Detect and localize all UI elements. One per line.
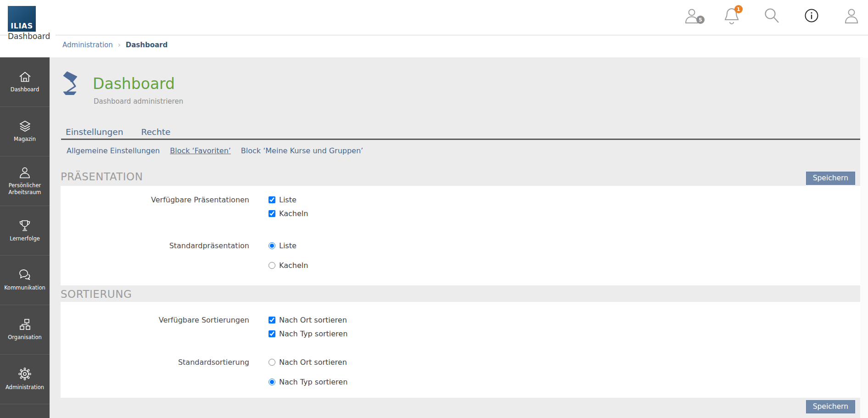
sidebar-item-label: Magazin [14, 136, 36, 142]
sidebar-item-label: Organisation [8, 334, 41, 340]
sidebar-item-persoenlicher-arbeitsraum[interactable]: Persönlicher Arbeitsraum [0, 156, 50, 206]
home-icon [19, 71, 31, 83]
person-icon [19, 167, 31, 178]
subtab-allgemeine-einstellungen[interactable]: Allgemeine Einstellungen [67, 146, 160, 155]
checkbox-option-nach-typ[interactable]: Nach Typ sortieren [269, 327, 347, 340]
form-row: Verfügbare Präsentationen Liste Kacheln [61, 193, 860, 220]
desk-lamp-icon [62, 71, 81, 97]
nach-typ-checkbox[interactable] [269, 330, 275, 337]
field-options: Liste Kacheln [269, 193, 308, 220]
main-content: Dashboard Dashboard administrieren Einst… [50, 57, 860, 418]
sidebar-item-administration[interactable]: Administration [0, 355, 50, 404]
top-header: ILIAS 5 1 [0, 0, 868, 35]
page-subtitle: Dashboard administrieren [94, 97, 183, 106]
orgchart-icon [19, 318, 31, 330]
kacheln-checkbox[interactable] [269, 210, 275, 217]
form-row: Verfügbare Sortierungen Nach Ort sortier… [61, 313, 860, 340]
section-title-sortierung: SORTIERUNG [61, 288, 132, 300]
tab-rechte[interactable]: Rechte [141, 127, 170, 137]
save-button-top[interactable]: Speichern [806, 172, 855, 185]
radio-option-nach-typ[interactable]: Nach Typ sortieren [269, 375, 347, 389]
option-label: Liste [279, 241, 297, 250]
sidebar-item-label: Lernerfolge [10, 235, 40, 242]
section-title-praesentation: PRÄSENTATION [61, 171, 143, 183]
online-users-badge: 5 [696, 16, 705, 24]
sortierung-panel: Verfügbare Sortierungen Nach Ort sortier… [61, 302, 860, 398]
praesentation-panel: Verfügbare Präsentationen Liste Kacheln … [61, 186, 860, 285]
tab-einstellungen[interactable]: Einstellungen [66, 127, 123, 137]
field-label: Verfügbare Präsentationen [61, 193, 249, 204]
scrollbar-gutter [860, 35, 868, 418]
sidebar-item-dashboard[interactable]: Dashboard [0, 57, 50, 107]
option-label: Nach Typ sortieren [279, 329, 347, 338]
notifications-badge: 1 [734, 5, 743, 13]
option-label: Nach Ort sortieren [279, 358, 347, 367]
option-label: Nach Ort sortieren [279, 316, 347, 324]
nach-ort-radio[interactable] [269, 359, 275, 366]
sidebar-item-label: Dashboard [11, 86, 39, 93]
sidebar-item-organisation[interactable]: Organisation [0, 305, 50, 355]
sidebar-item-magazin[interactable]: Magazin [0, 107, 50, 156]
tab-underline [61, 139, 860, 140]
subtab-block-favoriten[interactable]: Block ‘Favoriten’ [170, 146, 231, 155]
subtab-block-meine-kurse[interactable]: Block ‘Meine Kurse und Gruppen’ [241, 146, 363, 155]
header-icon-bar: 5 1 [683, 6, 860, 25]
save-button-bottom[interactable]: Speichern [806, 400, 855, 413]
checkbox-option-kacheln[interactable]: Kacheln [269, 206, 308, 220]
field-options: Nach Ort sortieren Nach Typ sortieren [269, 313, 347, 340]
field-options: Nach Ort sortieren Nach Typ sortieren [269, 355, 347, 389]
info-icon[interactable] [803, 6, 820, 25]
notifications-bell-icon[interactable]: 1 [723, 6, 740, 25]
sidebar-item-lernerfolge[interactable]: Lernerfolge [0, 206, 50, 256]
breadcrumb-administration[interactable]: Administration [62, 41, 113, 49]
ilias-logo-text: ILIAS [11, 22, 33, 30]
radio-option-kacheln[interactable]: Kacheln [269, 258, 308, 272]
gear-icon [18, 368, 31, 380]
nach-typ-radio[interactable] [269, 379, 275, 385]
form-row: Standardpräsentation Liste Kacheln [61, 239, 860, 272]
sidebar-item-kommunikation[interactable]: Kommunikation [0, 256, 50, 305]
liste-radio[interactable] [269, 242, 275, 249]
online-users-icon[interactable]: 5 [683, 6, 700, 25]
option-label: Kacheln [279, 209, 308, 218]
breadcrumb-dashboard[interactable]: Dashboard [126, 41, 168, 49]
checkbox-option-nach-ort[interactable]: Nach Ort sortieren [269, 313, 347, 327]
ilias-logo[interactable]: ILIAS [8, 6, 36, 33]
ilias-app: ILIAS 5 1 [0, 0, 868, 418]
site-title: Dashboard [8, 32, 56, 42]
form-row: Standardsortierung Nach Ort sortieren Na… [61, 355, 860, 389]
field-options: Liste Kacheln [269, 239, 308, 272]
tab-bar: Einstellungen Rechte [66, 127, 170, 137]
breadcrumb-separator: › [118, 41, 121, 49]
option-label: Kacheln [279, 261, 308, 270]
option-label: Nach Typ sortieren [279, 378, 347, 386]
option-label: Liste [279, 195, 297, 204]
sidebar-item-label: Persönlicher Arbeitsraum [2, 182, 48, 195]
radio-option-nach-ort[interactable]: Nach Ort sortieren [269, 355, 347, 369]
radio-option-liste[interactable]: Liste [269, 239, 308, 252]
breadcrumb: Administration › Dashboard [0, 35, 868, 57]
field-label: Verfügbare Sortierungen [61, 313, 249, 324]
page-title: Dashboard [93, 75, 175, 93]
field-label: Standardpräsentation [61, 239, 249, 250]
user-avatar-icon[interactable] [843, 6, 860, 25]
checkbox-option-liste[interactable]: Liste [269, 193, 308, 206]
field-label: Standardsortierung [61, 355, 249, 367]
trophy-icon [18, 219, 31, 232]
search-icon[interactable] [763, 6, 780, 25]
sidebar-item-label: Administration [6, 384, 44, 390]
liste-checkbox[interactable] [269, 196, 275, 203]
chat-icon [18, 269, 31, 281]
nach-ort-checkbox[interactable] [269, 317, 275, 323]
sidebar-item-label: Kommunikation [4, 284, 45, 291]
layers-icon [19, 120, 31, 132]
main-sidebar: Dashboard Magazin Persönlicher Arbeitsra… [0, 57, 50, 418]
subtab-bar: Allgemeine Einstellungen Block ‘Favorite… [67, 146, 363, 155]
kacheln-radio[interactable] [269, 262, 275, 269]
